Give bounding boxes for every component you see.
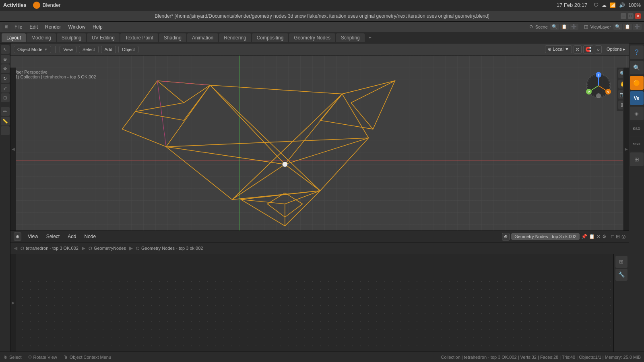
breadcrumb-object-label: tetrahedron - top 3 OK.002 [26,246,78,251]
dropdown-arrow-icon: ▼ [44,47,47,51]
rotate-label: Rotate View [33,355,57,360]
sep1 [55,46,56,53]
viewlayer-icon: ◫ [584,24,588,29]
question-mark-icon[interactable]: ? [630,45,644,59]
transform-space[interactable]: ⊕ Local ▼ [545,45,572,53]
node-pin-icon[interactable]: 📌 [581,234,587,239]
maximize-button[interactable]: □ [628,13,634,19]
svg-line-18 [210,85,320,191]
viewport-right-collapse[interactable]: ▶ [623,68,629,230]
node-canvas-area[interactable]: ▼ Group Input Geometry Faces [10,278,629,350]
activities-label[interactable]: Activities [3,2,27,8]
node-view-button[interactable]: View [26,233,40,240]
tab-texture-paint[interactable]: Texture Paint [120,33,158,42]
tab-compositing[interactable]: Compositing [252,33,289,42]
proportional-edit[interactable]: ⊙ [574,45,582,53]
options-button[interactable]: Options ▸ [607,47,625,52]
menu-render[interactable]: Render [42,23,64,31]
menu-help[interactable]: Help [89,23,106,31]
tab-rendering[interactable]: Rendering [219,33,251,42]
titlebar: Blender* [/home/jsinyard/Documents/blend… [0,10,644,22]
select-button[interactable]: Select [79,46,99,53]
ssd-icon-2[interactable]: SSD [630,137,644,151]
svg-line-9 [184,85,210,103]
node-grid-icon[interactable]: ⊞ [616,234,620,239]
svg-line-25 [157,81,210,85]
window-title: Blender* [/home/jsinyard/Documents/blend… [155,13,489,19]
add-workspace-button[interactable]: + [365,33,375,42]
node-settings-icon[interactable]: ⚙ [602,234,607,239]
tab-scripting[interactable]: Scripting [336,33,365,42]
mode-label: Object Mode [17,47,42,52]
close-button[interactable]: ✕ [635,13,641,19]
ne-properties-icon[interactable]: 🔧 [615,269,627,281]
breadcrumb-modifier: ⬡ GeometryNodes [89,246,126,251]
tab-modeling[interactable]: Modeling [27,33,56,42]
snap-tool[interactable]: 🧲 [583,45,593,53]
minimize-button[interactable]: ─ [621,13,626,19]
node-editor-right-panel: ⊞ 🔧 [613,254,629,352]
tab-animation[interactable]: Animation [187,33,218,42]
tool-rotate[interactable]: ↻ [1,74,10,83]
node-header-right: ⊕ Geometry Nodes - top 3 ok.002 📌 📋 ✕ ⚙ … [502,233,625,241]
viewport-3d[interactable]: Z X Y 🔍 ✋ 📷 ⊞ [10,56,629,231]
ne-left-arrow[interactable]: ◀ [14,245,17,251]
node-close-icon[interactable]: ✕ [597,234,601,239]
svg-line-24 [122,111,135,129]
node-mode-icon[interactable]: ⊕ [14,232,21,241]
svg-line-19 [232,94,342,200]
tab-sculpting[interactable]: Sculpting [57,33,86,42]
ne-tools-icon[interactable]: ⊞ [615,256,627,268]
node-type-selector[interactable]: ⊕ [502,233,510,241]
object-mode-selector[interactable]: Object Mode ▼ [14,46,51,53]
tab-shading[interactable]: Shading [159,33,186,42]
menu-window[interactable]: Window [65,23,89,31]
tab-uv-editing[interactable]: UV Editing [87,33,120,42]
topbar: Activities Blender 17 Feb 20:17 🛡 ☁ 📶 🔊 … [0,0,644,10]
tab-layout[interactable]: Layout [2,33,26,42]
node-node-button[interactable]: Node [83,233,98,240]
menu-edit[interactable]: Edit [26,23,41,31]
tool-annotate[interactable]: ✏ [1,107,10,116]
blender-app-icon[interactable]: 🟠 [630,76,644,90]
cube-icon[interactable]: ◈ [630,107,644,120]
tool-add[interactable]: + [1,126,10,135]
tool-cursor[interactable]: ⊕ [1,55,10,64]
node-editor-toolbar: ⊕ View Select Add Node ⊕ Geometry Nodes … [10,231,629,243]
node-view-icon[interactable]: □ [611,234,614,239]
svg-line-8 [157,81,184,103]
node-editor-left-collapse[interactable]: ▶ [10,254,16,352]
menu-file[interactable]: File [11,23,25,31]
viewport-gizmo[interactable]: Z X Y [582,70,615,102]
node-overlay-icon[interactable]: ◎ [621,234,625,239]
node-editor-canvas[interactable]: ▼ Group Input Geometry Faces [10,254,629,362]
ve-icon[interactable]: Ve [630,91,644,105]
view-button[interactable]: View [60,46,76,53]
node-select-button[interactable]: Select [45,233,61,240]
viewport-left-collapse[interactable]: ◀ [10,68,16,230]
proportional-falloff[interactable]: ○ [595,45,602,53]
svg-marker-11 [320,81,395,129]
mouse-left-icon: 🖱 [3,355,8,360]
apps-icon[interactable]: ⊞ [630,152,644,166]
svg-line-12 [351,81,395,103]
search-icon[interactable]: 🔍 [630,61,644,74]
mode-info: User Perspective [14,70,96,74]
tool-transform[interactable]: ⊞ [1,93,10,102]
tool-measure[interactable]: 📏 [1,117,10,125]
tool-move[interactable]: ✥ [1,64,10,73]
node-add-button[interactable]: Add [66,233,78,240]
tool-select[interactable]: ↖ [1,45,10,54]
viewport-right-controls: ⊕ Local ▼ ⊙ 🧲 ○ Options ▸ [545,45,625,53]
volume-icon: 🔊 [619,2,625,8]
tab-geometry-nodes[interactable]: Geometry Nodes [289,33,335,42]
statusbar-context: 🖱 Object Context Menu [64,355,111,360]
node-copy-icon[interactable]: 📋 [589,234,595,239]
add-button[interactable]: Add [101,46,116,53]
collapse-arrow-icon: ◀ [12,147,15,151]
viewport-info: User Perspective (1) Collection | tetrah… [14,70,96,79]
tool-scale[interactable]: ⤢ [1,84,10,93]
collection-status: Collection | tetrahedron - top 3 OK.002 … [441,355,641,360]
ssd-icon-1[interactable]: SSD [630,122,644,136]
object-button[interactable]: Object [118,46,138,53]
